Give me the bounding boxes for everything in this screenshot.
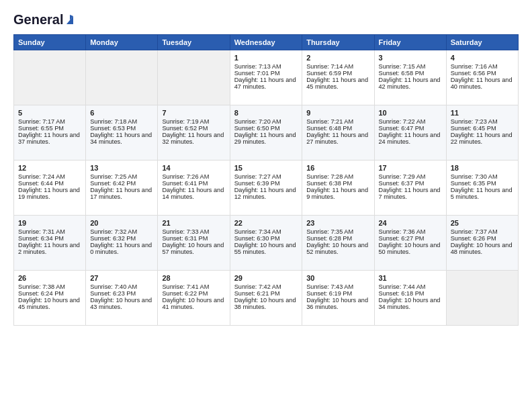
day-info: Daylight: 11 hours and 7 minutes. <box>379 187 442 200</box>
calendar-cell <box>14 50 86 105</box>
day-number: 7 <box>162 109 225 117</box>
day-info: Sunset: 6:38 PM <box>306 180 369 187</box>
day-number: 2 <box>306 54 369 62</box>
day-info: Sunrise: 7:28 AM <box>306 173 369 180</box>
day-info: Daylight: 11 hours and 2 minutes. <box>18 242 81 255</box>
day-info: Daylight: 11 hours and 45 minutes. <box>306 77 369 90</box>
day-info: Daylight: 11 hours and 24 minutes. <box>379 132 442 145</box>
day-number: 24 <box>379 219 442 227</box>
calendar-cell: 9Sunrise: 7:21 AMSunset: 6:48 PMDaylight… <box>302 105 374 161</box>
day-info: Sunset: 6:59 PM <box>306 70 369 77</box>
day-number: 10 <box>379 109 442 117</box>
day-info: Sunrise: 7:43 AM <box>306 283 369 290</box>
calendar-cell: 6Sunrise: 7:18 AMSunset: 6:53 PMDaylight… <box>86 105 158 161</box>
day-number: 21 <box>162 219 225 227</box>
day-info: Sunrise: 7:38 AM <box>18 283 81 290</box>
day-info: Sunrise: 7:18 AM <box>90 118 153 125</box>
calendar-cell: 15Sunrise: 7:27 AMSunset: 6:39 PMDayligh… <box>230 161 302 216</box>
week-row-2: 5Sunrise: 7:17 AMSunset: 6:55 PMDaylight… <box>14 105 519 161</box>
day-info: Sunset: 6:55 PM <box>18 125 81 132</box>
calendar-cell: 20Sunrise: 7:32 AMSunset: 6:32 PMDayligh… <box>86 216 158 271</box>
day-info: Daylight: 11 hours and 32 minutes. <box>162 132 225 145</box>
day-info: Sunset: 6:30 PM <box>234 235 298 242</box>
day-number: 4 <box>451 54 514 62</box>
day-number: 22 <box>234 219 298 227</box>
day-info: Daylight: 10 hours and 50 minutes. <box>379 242 442 255</box>
calendar-cell: 31Sunrise: 7:44 AMSunset: 6:18 PMDayligh… <box>374 271 446 326</box>
day-number: 3 <box>379 54 442 62</box>
day-info: Sunset: 6:32 PM <box>90 235 153 242</box>
week-row-4: 19Sunrise: 7:31 AMSunset: 6:34 PMDayligh… <box>14 216 519 271</box>
day-info: Daylight: 10 hours and 55 minutes. <box>234 242 298 255</box>
day-info: Sunrise: 7:25 AM <box>90 173 153 180</box>
weekday-header-saturday: Saturday <box>446 35 518 50</box>
calendar-cell: 11Sunrise: 7:23 AMSunset: 6:45 PMDayligh… <box>446 105 518 161</box>
day-number: 6 <box>90 109 153 117</box>
day-info: Sunrise: 7:24 AM <box>18 173 81 180</box>
calendar-cell: 4Sunrise: 7:16 AMSunset: 6:56 PMDaylight… <box>446 50 518 105</box>
day-info: Daylight: 10 hours and 45 minutes. <box>18 297 81 310</box>
day-info: Sunset: 6:22 PM <box>162 290 225 297</box>
day-info: Sunset: 6:50 PM <box>234 125 298 132</box>
day-info: Sunrise: 7:37 AM <box>451 228 514 235</box>
day-info: Daylight: 11 hours and 5 minutes. <box>451 187 514 200</box>
day-info: Daylight: 11 hours and 9 minutes. <box>306 187 369 200</box>
day-info: Sunset: 6:53 PM <box>90 125 153 132</box>
day-number: 12 <box>18 164 81 172</box>
day-info: Daylight: 10 hours and 48 minutes. <box>451 242 514 255</box>
day-info: Sunset: 6:42 PM <box>90 180 153 187</box>
day-info: Daylight: 11 hours and 40 minutes. <box>451 77 514 90</box>
day-info: Sunset: 6:23 PM <box>90 290 153 297</box>
day-info: Daylight: 11 hours and 34 minutes. <box>90 132 153 145</box>
day-info: Sunset: 6:52 PM <box>162 125 225 132</box>
day-info: Sunrise: 7:23 AM <box>451 118 514 125</box>
day-info: Sunrise: 7:35 AM <box>306 228 369 235</box>
day-info: Daylight: 11 hours and 12 minutes. <box>234 187 298 200</box>
day-info: Sunset: 7:01 PM <box>234 70 298 77</box>
day-number: 25 <box>451 219 514 227</box>
calendar-cell <box>446 271 518 326</box>
day-info: Sunset: 6:19 PM <box>306 290 369 297</box>
day-info: Sunset: 6:45 PM <box>451 125 514 132</box>
day-info: Sunset: 6:28 PM <box>306 235 369 242</box>
calendar-table: SundayMondayTuesdayWednesdayThursdayFrid… <box>13 34 519 326</box>
calendar-cell: 8Sunrise: 7:20 AMSunset: 6:50 PMDaylight… <box>230 105 302 161</box>
day-info: Sunrise: 7:31 AM <box>18 228 81 235</box>
day-info: Sunrise: 7:21 AM <box>306 118 369 125</box>
day-info: Sunset: 6:44 PM <box>18 180 81 187</box>
day-info: Sunset: 6:41 PM <box>162 180 225 187</box>
calendar-cell: 7Sunrise: 7:19 AMSunset: 6:52 PMDaylight… <box>158 105 230 161</box>
calendar-cell: 16Sunrise: 7:28 AMSunset: 6:38 PMDayligh… <box>302 161 374 216</box>
day-info: Sunrise: 7:36 AM <box>379 228 442 235</box>
day-info: Sunrise: 7:32 AM <box>90 228 153 235</box>
day-info: Sunset: 6:18 PM <box>379 290 442 297</box>
calendar-cell: 3Sunrise: 7:15 AMSunset: 6:58 PMDaylight… <box>374 50 446 105</box>
calendar-cell: 24Sunrise: 7:36 AMSunset: 6:27 PMDayligh… <box>374 216 446 271</box>
logo-arrow-icon <box>64 13 76 26</box>
day-info: Sunrise: 7:17 AM <box>18 118 81 125</box>
calendar-cell: 27Sunrise: 7:40 AMSunset: 6:23 PMDayligh… <box>86 271 158 326</box>
day-info: Sunrise: 7:41 AM <box>162 283 225 290</box>
day-info: Sunset: 6:27 PM <box>379 235 442 242</box>
day-info: Sunrise: 7:13 AM <box>234 63 298 70</box>
day-info: Daylight: 10 hours and 43 minutes. <box>90 297 153 310</box>
day-number: 9 <box>306 109 369 117</box>
day-info: Daylight: 11 hours and 29 minutes. <box>234 132 298 145</box>
day-info: Sunrise: 7:44 AM <box>379 283 442 290</box>
weekday-header-row: SundayMondayTuesdayWednesdayThursdayFrid… <box>14 35 519 50</box>
day-info: Sunrise: 7:14 AM <box>306 63 369 70</box>
day-info: Daylight: 11 hours and 47 minutes. <box>234 77 298 90</box>
day-info: Sunrise: 7:16 AM <box>451 63 514 70</box>
day-number: 13 <box>90 164 153 172</box>
calendar-cell: 21Sunrise: 7:33 AMSunset: 6:31 PMDayligh… <box>158 216 230 271</box>
calendar-cell: 5Sunrise: 7:17 AMSunset: 6:55 PMDaylight… <box>14 105 86 161</box>
day-info: Sunset: 6:56 PM <box>451 70 514 77</box>
day-info: Daylight: 10 hours and 34 minutes. <box>379 297 442 310</box>
day-info: Sunset: 6:31 PM <box>162 235 225 242</box>
calendar-cell: 13Sunrise: 7:25 AMSunset: 6:42 PMDayligh… <box>86 161 158 216</box>
day-info: Daylight: 11 hours and 37 minutes. <box>18 132 81 145</box>
weekday-header-wednesday: Wednesday <box>230 35 302 50</box>
day-number: 20 <box>90 219 153 227</box>
calendar-cell: 2Sunrise: 7:14 AMSunset: 6:59 PMDaylight… <box>302 50 374 105</box>
day-info: Sunrise: 7:22 AM <box>379 118 442 125</box>
